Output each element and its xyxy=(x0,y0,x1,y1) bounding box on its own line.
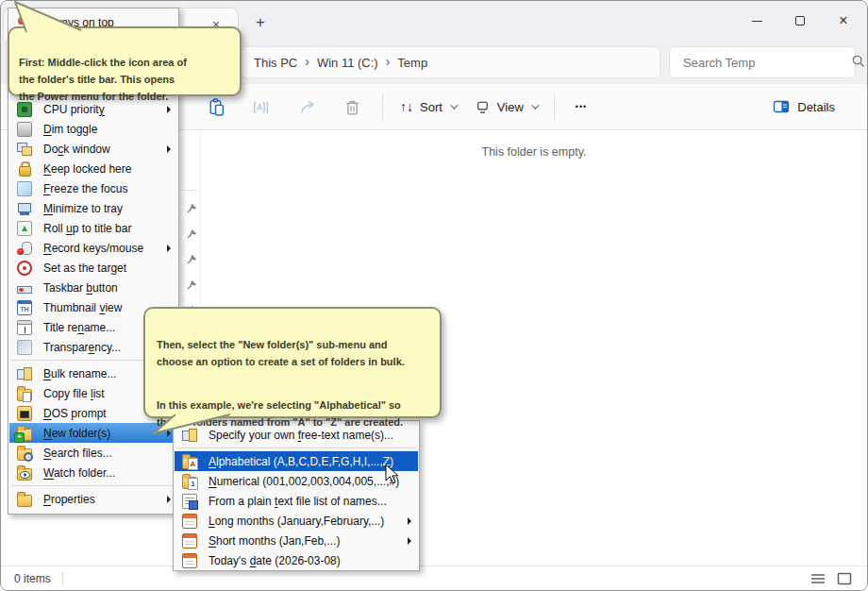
menu-item-label: Freeze the focus xyxy=(43,182,127,195)
breadcrumb-this-pc[interactable]: This PC xyxy=(254,56,297,70)
search-box[interactable] xyxy=(669,46,856,78)
folder-icon xyxy=(17,495,32,507)
menu-item-search-files[interactable]: Search files... xyxy=(9,443,177,463)
menu-item-label: Set as the target xyxy=(43,262,126,275)
menu-item-label: Taskbar button xyxy=(43,281,118,295)
status-separator xyxy=(62,572,63,585)
menu-item-dim-toggle[interactable]: Dim toggle xyxy=(9,119,177,139)
breadcrumb[interactable]: This PC › Win 11 (C:) › Temp xyxy=(240,46,660,78)
submenu-arrow-icon xyxy=(167,245,171,252)
minimize-icon xyxy=(752,21,762,22)
delete-button[interactable] xyxy=(329,90,375,124)
text-file-icon xyxy=(182,494,197,509)
menu-item-freeze-the-focus[interactable]: Freeze the focus xyxy=(9,178,177,198)
menu-item-label: Minimize to tray xyxy=(43,202,123,215)
menu-item-label: Alphabetical (A,B,C,D,E,F,G,H,I,...,Z) xyxy=(209,455,393,468)
menu-separator xyxy=(10,485,176,486)
share-icon xyxy=(298,98,316,116)
menu-item-label: Keep locked here xyxy=(43,162,131,176)
submenu-arrow-icon xyxy=(408,517,411,525)
freeze-icon xyxy=(17,181,32,196)
menu-item-properties[interactable]: Properties xyxy=(9,489,177,509)
large-thumbnails-view-button[interactable] xyxy=(831,568,858,589)
dock-icon xyxy=(17,142,32,157)
pinned-icon xyxy=(186,252,198,269)
menu-item-label: Numerical (001,002,003,004,005,...,#) xyxy=(209,475,399,488)
power-menu-items-section: CPU priorityDim toggleDock windowKeep lo… xyxy=(8,99,178,509)
calendar-icon xyxy=(182,514,197,529)
menu-item-roll-up-to-title-bar[interactable]: Roll up to title bar xyxy=(9,218,177,238)
nav-separator xyxy=(182,190,198,191)
menu-item-label: Title rename... xyxy=(43,321,115,334)
submenu-arrow-icon xyxy=(167,496,171,503)
menu-item-minimize-to-tray[interactable]: Minimize to tray xyxy=(9,198,177,218)
copy-list-icon xyxy=(17,389,32,401)
menu-item-numerical-001-002-003-004-005[interactable]: Numerical (001,002,003,004,005,...,#) xyxy=(175,471,418,491)
search-input[interactable] xyxy=(670,55,851,71)
menu-item-taskbar-button[interactable]: Taskbar button xyxy=(9,278,177,297)
breadcrumb-temp[interactable]: Temp xyxy=(397,56,427,70)
menu-item-keep-locked-here[interactable]: Keep locked here xyxy=(9,159,177,178)
details-toggle-button[interactable]: Details xyxy=(763,90,844,124)
menu-item-label: Properties xyxy=(43,493,95,506)
menu-item-label: Short months (Jan,Feb,...) xyxy=(209,534,340,548)
window-controls: × xyxy=(735,1,865,41)
status-bar: 0 items xyxy=(1,566,867,590)
dim-icon xyxy=(17,122,32,137)
menu-item-new-folder-s[interactable]: New folder(s) xyxy=(9,423,177,443)
calendar-icon xyxy=(182,553,197,568)
maximize-button[interactable] xyxy=(778,1,822,41)
record-icon xyxy=(17,241,32,256)
new-folders-icon xyxy=(17,429,32,441)
callout-step-2-paragraph-2: In this example, we're selecting "Alphab… xyxy=(157,397,428,431)
dos-icon xyxy=(17,406,32,421)
breadcrumb-drive[interactable]: Win 11 (C:) xyxy=(317,56,378,70)
sort-button[interactable]: ↑↓ Sort xyxy=(391,90,465,124)
new-tab-button[interactable]: + xyxy=(248,10,273,35)
menu-item-alphabetical-a-b-c-d-e-f-g-h-i-z[interactable]: Alphabetical (A,B,C,D,E,F,G,H,I,...,Z) xyxy=(175,451,418,471)
pinned-icon xyxy=(186,201,198,218)
minimize-button[interactable] xyxy=(735,1,778,41)
rollup-icon xyxy=(17,221,32,236)
menu-item-label: New folder(s) xyxy=(43,427,110,440)
menu-item-long-months-january-february[interactable]: Long months (January,February,...) xyxy=(175,511,418,531)
see-more-button[interactable]: ••• xyxy=(562,102,600,111)
menu-item-label: Bulk rename... xyxy=(43,367,116,380)
menu-item-from-a-plain-text-file-list-of-names[interactable]: From a plain text file list of names... xyxy=(175,491,418,511)
menu-item-short-months-jan-feb[interactable]: Short months (Jan,Feb,...) xyxy=(175,531,418,550)
view-icon xyxy=(475,99,491,115)
tray-icon xyxy=(17,201,32,216)
item-count: 0 items xyxy=(14,572,51,585)
pinned-icon xyxy=(186,278,198,295)
title-rename-icon xyxy=(17,320,32,335)
rename-button[interactable] xyxy=(239,90,284,124)
details-label: Details xyxy=(797,100,835,114)
bulk-rename-icon xyxy=(17,366,32,381)
menu-item-label: Search files... xyxy=(43,447,112,460)
share-button[interactable] xyxy=(284,90,329,124)
view-button[interactable]: View xyxy=(465,90,546,124)
callout-step-1: First: Middle-click the icon area of the… xyxy=(8,26,242,96)
toolbar-separator xyxy=(554,93,555,120)
menu-item-today-s-date-2026-03-08[interactable]: Today's date (2026-03-08) xyxy=(175,550,418,570)
search-icon xyxy=(851,54,865,72)
menu-item-label: Roll up to title bar xyxy=(43,222,131,235)
menu-item-watch-folder[interactable]: Watch folder... xyxy=(9,463,177,482)
close-button[interactable]: × xyxy=(822,1,865,41)
submenu-arrow-icon xyxy=(408,537,411,545)
screenshot-stage: × + × This PC › Win 11 (C:) › Temp xyxy=(0,0,868,591)
menu-item-set-as-the-target[interactable]: Set as the target xyxy=(9,258,177,278)
menu-item-dock-window[interactable]: Dock window xyxy=(9,139,177,159)
rename-icon xyxy=(253,98,271,116)
trash-icon xyxy=(343,98,361,116)
callout-step-2-paragraph-1: Then, select the "New folder(s)" sub-men… xyxy=(157,336,428,370)
chevron-right-icon: › xyxy=(305,54,309,69)
menu-item-record-keys-mouse[interactable]: Record keys/mouse xyxy=(9,238,177,258)
menu-item-label: Watch folder... xyxy=(43,466,115,480)
menu-item-label: Long months (January,February,...) xyxy=(209,515,384,528)
menu-item-label: DOS prompt xyxy=(43,407,107,420)
menu-item-label: Dock window xyxy=(43,143,110,156)
submenu-arrow-icon xyxy=(167,145,171,153)
paste-icon xyxy=(208,98,225,116)
details-view-button[interactable] xyxy=(805,568,831,589)
